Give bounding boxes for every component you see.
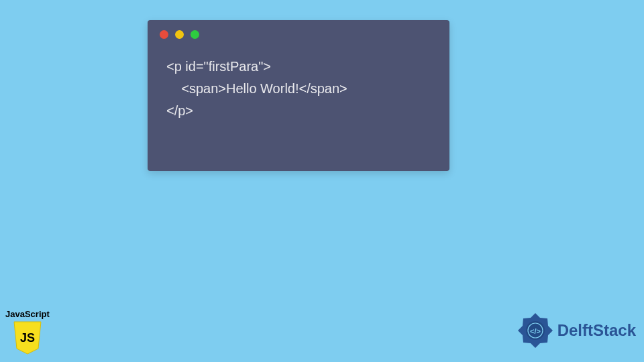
traffic-lights (148, 20, 449, 46)
javascript-badge: JavaScript JS (5, 309, 50, 355)
code-line-3: </p> (166, 103, 193, 118)
maximize-dot-icon (191, 30, 199, 39)
js-logo-text: JS (20, 331, 35, 345)
code-body: <p id="firstPara"> <span>Hello World!</s… (148, 46, 449, 132)
code-line-1: <p id="firstPara"> (166, 59, 271, 74)
javascript-label: JavaScript (5, 309, 50, 319)
code-line-2: <span>Hello World!</span> (166, 81, 347, 96)
svg-text:</>: </> (530, 327, 541, 335)
delftstack-logo: </> DelftStack (516, 311, 636, 350)
javascript-shield-icon: JS (11, 320, 44, 355)
close-dot-icon (160, 30, 168, 39)
delftstack-text: DelftStack (557, 321, 636, 340)
delftstack-emblem-icon: </> (516, 311, 555, 350)
minimize-dot-icon (175, 30, 184, 39)
code-window: <p id="firstPara"> <span>Hello World!</s… (148, 20, 449, 171)
